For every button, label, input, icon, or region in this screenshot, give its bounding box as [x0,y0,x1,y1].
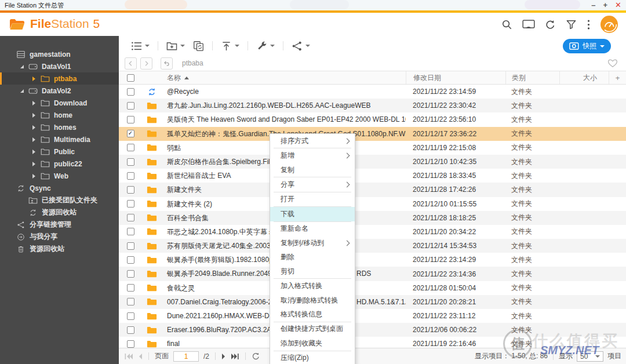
screen-cast-icon[interactable] [522,19,535,30]
context-menu-item-rename[interactable]: 重新命名 [270,222,355,236]
add-column-button[interactable]: + [609,71,626,84]
context-menu-item-add-to-favorites[interactable]: 添加到收藏夹 [270,336,355,350]
tree-collapsed-icon[interactable] [31,162,37,166]
table-row[interactable]: @Recycle2021/11/22 23:14:59文件夹 [119,85,626,99]
row-checkbox[interactable] [127,214,134,221]
filter-icon[interactable] [566,19,577,30]
tree-collapsed-icon[interactable] [31,174,37,179]
sidebar-item-datavol2[interactable]: DataVol2 [0,85,119,97]
row-checkbox[interactable] [127,186,134,194]
sidebar-item-homes[interactable]: homes [0,121,119,133]
context-menu-item-sort-by[interactable]: 排序方式 [270,134,355,148]
table-row[interactable]: Eraser.1996.BluRay.720P.AC3.2Audio.x2620… [119,323,626,337]
tools-button[interactable] [252,36,279,56]
table-row[interactable]: 斯皮尔伯格作品合集.Spielberg.Film.Colle2021/12/10… [119,155,626,169]
sidebar-item-multimedia[interactable]: Multimedia [0,133,119,145]
sidebar-item-share-link-manager[interactable]: 分享链接管理 [0,219,119,231]
context-menu-item-copy-move-to[interactable]: 复制到/移动到 [270,236,355,250]
sidebar-item-recycle-bin[interactable]: 资源回收站 [0,243,119,255]
row-checkbox[interactable] [127,200,134,208]
context-menu-item-add-transcode[interactable]: 加入格式转换 [270,279,355,293]
column-header-type[interactable]: 类别 [505,71,559,84]
select-all-checkbox[interactable] [119,71,142,84]
sidebar-item-shared-with-me[interactable]: 与我分享 [0,231,119,243]
context-menu-item-create-desktop-shortcut[interactable]: 创建快捷方式到桌面 [270,322,355,336]
table-row[interactable]: Dune.2021.2160p.HMAX.WEB-DL.HDR.H2021/11… [119,309,626,323]
close-button[interactable]: ✕ [615,0,621,10]
table-row[interactable]: 银翼杀手(最终剪辑版).1982.1080p.国英双2021/11/22 23:… [119,253,626,267]
tree-collapsed-icon[interactable] [31,137,37,142]
tree-collapsed-icon[interactable] [31,101,37,105]
create-folder-button[interactable] [162,36,189,56]
previous-page-button[interactable] [138,353,143,360]
sidebar-item-qsync-recycle[interactable]: 资源回收站 [0,206,119,219]
table-row[interactable]: 君九龄.Jun.Jiu.Ling.2021.2160p.WEB-DL.H265.… [119,99,626,112]
forward-button[interactable] [140,57,152,70]
row-checkbox[interactable] [127,312,134,320]
row-checkbox[interactable] [127,270,134,278]
row-checkbox[interactable] [127,158,134,166]
context-menu-item-download[interactable]: 下载 [270,207,355,221]
row-checkbox[interactable] [127,144,134,151]
page-number-input[interactable] [173,351,199,362]
back-button[interactable] [125,57,137,70]
sidebar-item-public22[interactable]: public22 [0,158,119,170]
context-menu-item-cancel-delete-transcode[interactable]: 取消/删除格式转换 [270,293,355,307]
sidebar-item-public[interactable]: Public [0,145,119,158]
table-row[interactable]: 食戟之灵2021/11/28 01:50:04文件夹 [119,281,626,295]
user-avatar-dashboard-icon[interactable] [600,16,618,33]
context-menu-item-compress-zip[interactable]: 压缩(Zip) [270,351,355,364]
minimize-button[interactable]: – [591,0,595,10]
search-icon[interactable] [501,19,512,30]
upload-button[interactable] [217,36,243,56]
copy-paste-button[interactable] [189,36,208,56]
context-menu-item-new[interactable]: 新增 [270,148,355,162]
context-menu-item-transcode-info[interactable]: 格式转换信息 [270,307,355,321]
table-row[interactable]: 银翼杀手2049.Blade.Runner.2049.2017.BRDS2021… [119,267,626,281]
table-row[interactable]: 苏有朋版倚天屠龙记.40集全.2003.简繁中2021/12/14 15:34:… [119,239,626,253]
tree-expanded-icon[interactable] [19,65,24,68]
row-checkbox[interactable] [127,116,134,123]
row-checkbox[interactable] [127,102,134,110]
table-row[interactable]: 新建文件夹 (2)2021/12/10 01:15:55文件夹 [119,197,626,211]
table-row[interactable]: ✓孤单又灿烂的神：鬼怪.Guardian.The.Lonely.and.Grea… [119,127,626,141]
favorite-heart-icon[interactable] [607,58,618,68]
table-row[interactable]: 007.Daniel.Craig.Tetralogy.2006-2015.UHH… [119,295,626,309]
row-checkbox[interactable] [127,256,134,264]
maximize-button[interactable]: + [603,0,608,10]
next-page-button[interactable] [221,353,226,360]
table-row[interactable]: 罪恶之城2.2014.1080p.中英字幕 £ CMCT2021/11/20 2… [119,225,626,239]
column-header-name[interactable]: 名称 [165,71,406,84]
table-row[interactable]: 百科全书合集2021/11/28 18:18:25文件夹 [119,211,626,225]
row-checkbox[interactable] [127,228,134,235]
table-row[interactable]: final2021/11/19 22:16:46文件夹 [119,337,626,348]
row-checkbox[interactable] [127,88,134,96]
row-checkbox[interactable] [127,326,134,334]
sidebar-item-qsync[interactable]: Qsync [0,182,119,194]
sidebar-item-gamestation[interactable]: gamestation [0,48,119,60]
first-page-button[interactable] [125,353,133,360]
context-menu-item-open[interactable]: 打开 [270,192,355,206]
context-menu-item-share[interactable]: 分享 [270,177,355,191]
sidebar-item-datavol1[interactable]: DataVol1 [0,60,119,72]
table-row[interactable]: 吴版倚天 The Heaven Sword and Dragon Saber E… [119,112,626,126]
tree-collapsed-icon[interactable] [31,125,37,130]
sidebar-item-qsync-team-folders[interactable]: 已接受团队文件夹 [0,194,119,206]
column-header-date[interactable]: 修改日期 [406,71,505,84]
page-size-select[interactable]: 50 [577,351,603,362]
table-row[interactable]: 新建文件夹2021/11/28 17:42:26文件夹 [119,183,626,196]
table-row[interactable]: 弱點2021/11/19 22:15:08文件夹 [119,141,626,155]
sidebar-item-home[interactable]: home [0,109,119,121]
column-header-size[interactable]: 大小 [559,71,609,84]
sidebar-item-download[interactable]: Download [0,97,119,109]
tree-collapsed-icon[interactable] [31,113,37,118]
up-one-level-button[interactable] [161,57,173,70]
context-menu-item-cut[interactable]: 剪切 [270,264,355,278]
tree-expanded-icon[interactable] [19,89,24,93]
row-checkbox[interactable] [127,298,134,305]
sidebar-item-web[interactable]: Web [0,170,119,182]
row-checkbox[interactable] [127,284,134,292]
share-button[interactable] [287,36,314,56]
row-checkbox[interactable]: ✓ [127,130,134,137]
sidebar-item-ptbaba[interactable]: ptbaba [0,72,119,85]
